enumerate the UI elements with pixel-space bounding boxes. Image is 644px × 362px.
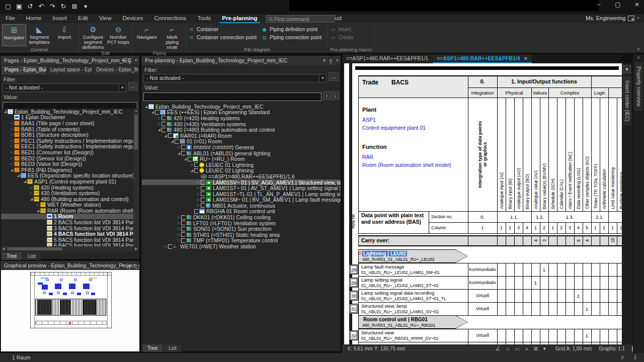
find-command-input[interactable]: Find command <box>266 15 335 23</box>
tree-item[interactable]: ▷WET (Weather station) <box>1 202 133 208</box>
collapse-icon[interactable]: ◢ <box>183 157 188 161</box>
tree-item[interactable]: ▷TMP (=TMP01) Temperature control <box>142 238 341 244</box>
expand-icon[interactable]: ▷ <box>10 127 14 131</box>
tree-item[interactable]: 3 BACS function list VDI 3814 Part 4.3 <box>1 225 133 231</box>
value-input[interactable] <box>143 93 321 101</box>
expand-icon[interactable]: ▷ <box>157 122 162 126</box>
expand-icon[interactable]: ▷ <box>29 191 34 195</box>
tree-item[interactable]: ▷BAB1 (Table of contents) <box>1 126 133 132</box>
import-button[interactable]: ⇩Import <box>52 24 76 46</box>
collapse-icon[interactable]: ◢ <box>16 173 21 177</box>
editor-tab-1[interactable]: ==ASP1=480.RAR++EES&PFB1/1 <box>342 54 432 63</box>
panel-dropdown-icon[interactable]: ▾ <box>122 261 124 270</box>
collapse-icon[interactable]: ◢ <box>150 110 155 114</box>
tree-item[interactable]: ▷DKK01 (=DKK01) Ceiling cooling <box>142 214 341 220</box>
tree-item[interactable]: 1 Eplan Disclaimer <box>1 115 133 121</box>
pin-icon[interactable] <box>128 264 131 267</box>
ribbon-tab-view[interactable]: View <box>94 14 117 23</box>
tree-item[interactable]: 5 BACS function list VDI 3814 Part 4.3 <box>1 237 133 243</box>
expand-icon[interactable]: ▷ <box>10 162 14 166</box>
collapse-icon[interactable]: ◢ <box>29 197 34 201</box>
configure-segment-definitions-button[interactable]: ⚙Configure segment definitions <box>81 24 105 50</box>
preplanning-view-tab-tree[interactable]: Tree <box>142 344 163 352</box>
tree-item[interactable]: ▷LEUEC 01 Lightning <box>142 162 341 168</box>
expand-icon[interactable]: ▷ <box>177 233 181 237</box>
pages-panel-tab-0[interactable]: Pages - Eplan_Buildin... <box>2 66 46 74</box>
pages-tree-vscrollbar[interactable]: ▲ <box>133 109 139 246</box>
ribbon-tab-pre-planning[interactable]: Pre-planning <box>216 14 263 23</box>
expand-icon[interactable]: ▷ <box>10 150 14 154</box>
pages-tree-hscrollbar[interactable]: ◀▶ <box>1 246 139 251</box>
tree-item[interactable]: ◢PFB1 (P&I Diagrams) <box>1 167 133 173</box>
hash-icon[interactable]: # <box>621 354 624 360</box>
collapse-icon[interactable]: ◢ <box>3 110 8 114</box>
tree-item[interactable]: ▷LAM01SM~ 01 | BV_SM_AMEV1 | Lamp fault … <box>142 197 341 203</box>
pin-icon[interactable] <box>330 59 332 62</box>
editor-canvas[interactable]: TradeBACS0.1. Input/Output functionsInte… <box>342 63 622 344</box>
redo-dropdown-icon[interactable]: ↻ <box>59 2 67 11</box>
segment-templates-button[interactable]: ◣Segment templates <box>27 24 51 46</box>
pin-icon[interactable] <box>128 59 131 62</box>
tree-item[interactable]: ▷430 (Ventilation systems) <box>1 190 133 196</box>
filter-more-button[interactable]: ... <box>329 72 339 81</box>
ribbon-tab-home[interactable]: Home <box>21 14 47 23</box>
tree-item[interactable]: ==ASP1=480.RAR++EES&PFB1/1.6 <box>142 173 341 179</box>
tree-item[interactable]: ◢01 (=01) Room <box>142 139 341 145</box>
create-button[interactable]: ▱Create <box>330 34 353 41</box>
expand-icon[interactable]: ▷ <box>36 203 40 207</box>
tree-item[interactable]: ▷BED1 (Consumer list (Design)) <box>1 149 133 155</box>
editor-tab-2[interactable]: ==ASP1=480.RAR++EES&PFB1/4✕ <box>433 54 532 63</box>
tree-item[interactable]: 2 BACS function list VDI 3814 Part 4.3 <box>1 219 133 225</box>
tree-item[interactable]: ◢RAR (Room (Room automation shell model)… <box>1 208 133 214</box>
tree-item[interactable]: 1 Room <box>1 214 133 220</box>
number-pct-loops-button[interactable]: ⊖Number PCT loops <box>106 24 130 50</box>
collapse-icon[interactable]: ◢ <box>144 105 148 109</box>
expand-icon[interactable]: ▷ <box>196 186 201 190</box>
tree-item[interactable]: RBGHA 01 Room control unit <box>142 209 341 215</box>
tree-item[interactable]: ▷SON01 (=SON01) Sun protection <box>142 226 341 232</box>
tree-item[interactable]: ▷BED3 (Valve list (Design)) <box>1 161 133 167</box>
row-number[interactable]: 31 <box>349 304 358 314</box>
tree-item[interactable]: 6 BACS function list VDI 3814 Part 4.3 <box>1 243 133 246</box>
row-number[interactable]: 32 <box>349 330 358 340</box>
tree-item[interactable]: ▷LAM01SV~ 01 | SV_AGG_AMEV1 | Structured… <box>142 179 341 186</box>
maximize-button[interactable]: ▢ <box>614 1 622 8</box>
qat-customize-icon[interactable]: ▾ <box>82 2 90 11</box>
tree-item[interactable]: ◢EES (++EES) | Eplan Engineering Standar… <box>142 110 341 116</box>
close-icon[interactable]: × <box>336 56 339 65</box>
collapse-icon[interactable]: ◢ <box>177 151 181 155</box>
expand-icon[interactable]: ▷ <box>10 156 14 160</box>
search-down-button[interactable]: ↓ <box>332 92 339 100</box>
new-page-icon[interactable]: ▢ <box>4 2 12 11</box>
close-tab-icon[interactable]: ✕ <box>524 56 528 61</box>
undo-dropdown-icon[interactable]: ↺ <box>26 2 34 11</box>
tab-insert-center[interactable]: Insert center (IEC) <box>623 76 631 126</box>
ribbon-tab-file[interactable]: File <box>0 14 21 23</box>
tree-item[interactable]: ◢480 (=480) Building automation and cont… <box>142 127 341 133</box>
magnet-active-icon[interactable]: ∩: <box>515 346 520 352</box>
row-number[interactable]: 30 <box>349 291 358 301</box>
expand-icon[interactable]: ▷ <box>10 133 14 137</box>
tree-item[interactable]: ◢ASP1 (Control equipment plant 01) <box>1 178 133 185</box>
ribbon-tab-insert[interactable]: Insert <box>47 14 72 23</box>
minimize-button[interactable]: – <box>595 1 603 8</box>
preplanning-view-tab-list[interactable]: List <box>164 344 182 352</box>
delete-table-icon[interactable]: ⊠ <box>70 2 78 11</box>
ribbon-tab-devices[interactable]: Devices <box>117 14 149 23</box>
navigator-button[interactable]: ⊞Navigator <box>2 24 26 46</box>
expand-icon[interactable]: ▷ <box>29 186 34 190</box>
tree-item[interactable]: ▷MB01 Actuator, continuous <box>142 203 341 209</box>
collapse-icon[interactable]: ◢ <box>10 168 14 172</box>
filter-combobox[interactable]: - Not activated -▼ <box>143 74 327 82</box>
collapse-icon[interactable]: ◢ <box>170 139 175 143</box>
ribbon-tab-tools[interactable]: Tools <box>192 14 216 23</box>
grid-toggle-icon[interactable]: ⊞ <box>533 345 538 352</box>
tree-item[interactable]: ▷LAM01ST~ 01 | AV_ST_AMEV1 | Lamp settin… <box>142 185 341 191</box>
collapse-icon[interactable]: ◢ <box>164 134 168 138</box>
panel-dropdown-icon[interactable]: ▾ <box>323 56 326 65</box>
expand-icon[interactable]: ▷ <box>10 139 14 143</box>
row-number[interactable]: 28 <box>349 264 358 275</box>
piping-connection-point-button[interactable]: ◎Piping connection point <box>262 34 321 41</box>
close-icon[interactable]: × <box>135 56 137 65</box>
expand-icon[interactable]: ▷ <box>157 116 162 120</box>
